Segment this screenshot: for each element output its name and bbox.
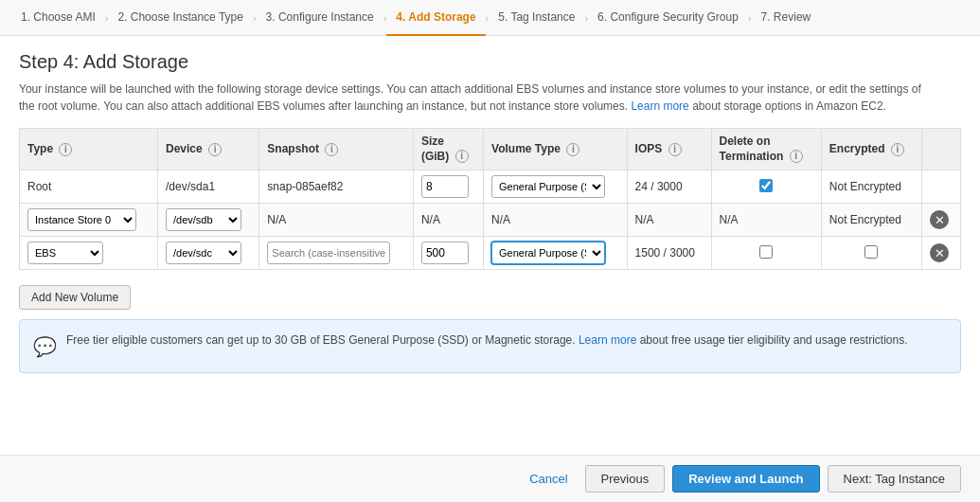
cell-device-ebs: /dev/sdc /dev/sdd [158,237,259,270]
info-icon-device[interactable]: i [208,143,222,156]
cell-actions-ebs: ✕ [922,237,961,270]
th-encrypted: Encrypted i [821,129,921,170]
type-select-instance-store[interactable]: Instance Store 0 [27,208,136,231]
cell-snapshot-root: snap-085aef82 [259,170,414,204]
cell-iops-ebs: 1500 / 3000 [627,237,711,270]
nav-step-choose-ami[interactable]: 1. Choose AMI [11,0,105,36]
delete-checkbox-ebs[interactable] [759,245,773,259]
size-input-root[interactable] [421,175,469,198]
delete-row-button-instance-store[interactable]: ✕ [930,210,949,229]
th-iops: IOPS i [627,129,711,170]
main-content: Step 4: Add Storage Your instance will b… [0,36,980,383]
cell-iops-instance-store: N/A [627,204,711,237]
nav-step-add-storage[interactable]: 4. Add Storage [386,0,485,36]
th-device: Device i [158,129,259,170]
description-suffix: about storage options in Amazon EC2. [692,99,886,113]
volume-type-select-ebs[interactable]: General Purpose (S Provisioned IOPS SSD … [491,242,605,264]
cell-type-root: Root [20,170,158,204]
step-nav: 1. Choose AMI › 2. Choose Instance Type … [0,0,980,36]
info-text-after: about free usage tier eligibility and us… [640,333,908,347]
type-select-ebs[interactable]: EBS Instance Store [27,242,103,264]
info-icon-delete[interactable]: i [790,150,803,163]
info-learn-more-link[interactable]: Learn more [579,333,636,347]
cell-delete-root [711,170,821,204]
nav-step-tag-instance[interactable]: 5. Tag Instance [489,0,584,36]
th-type: Type i [20,129,158,170]
cell-delete-ebs [711,237,821,270]
snapshot-input-ebs[interactable] [267,242,390,264]
th-snapshot: Snapshot i [259,129,414,170]
info-icon-size[interactable]: i [455,150,469,163]
next-tag-instance-button[interactable]: Next: Tag Instance [828,465,961,493]
footer: Cancel Previous Review and Launch Next: … [0,455,980,502]
cell-type-ebs: EBS Instance Store [20,237,158,270]
cell-encrypted-root: Not Encrypted [821,170,921,204]
delete-checkbox-root[interactable] [759,179,773,192]
learn-more-link[interactable]: Learn more [631,99,688,113]
cell-volume-type-root: General Purpose (S Provisioned IOPS SSD … [484,170,628,204]
info-chat-icon: 💬 [33,332,57,361]
device-select-ebs[interactable]: /dev/sdc /dev/sdd [166,242,241,264]
encrypted-checkbox-ebs[interactable] [864,245,878,259]
info-icon-type[interactable]: i [59,143,72,156]
cell-volume-type-instance-store: N/A [484,204,628,237]
cell-snapshot-instance-store: N/A [259,204,414,237]
size-input-ebs[interactable] [421,242,469,264]
cell-device-root: /dev/sda1 [158,170,259,204]
info-text-before: Free tier eligible customers can get up … [66,333,576,347]
info-icon-volume-type[interactable]: i [566,143,579,156]
th-size: Size(GiB) i [413,129,483,170]
cell-actions-root [922,170,961,204]
info-icon-iops[interactable]: i [668,143,682,156]
review-and-launch-button[interactable]: Review and Launch [672,465,819,493]
storage-table: Type i Device i Snapshot i Size(GiB) i V… [19,128,961,270]
volume-type-select-root[interactable]: General Purpose (S Provisioned IOPS SSD … [491,175,605,198]
cell-device-instance-store: /dev/sdb /dev/sdc [158,204,259,237]
add-new-volume-button[interactable]: Add New Volume [19,285,131,310]
nav-step-configure-security-group[interactable]: 6. Configure Security Group [588,0,748,36]
page-description: Your instance will be launched with the … [19,81,928,115]
page-title: Step 4: Add Storage [19,51,961,73]
cell-snapshot-ebs [259,237,414,270]
table-row: EBS Instance Store /dev/sdc /dev/sdd [20,237,961,270]
cell-encrypted-ebs [821,237,921,270]
table-row: Root /dev/sda1 snap-085aef82 General Pur… [20,170,961,204]
delete-row-button-ebs[interactable]: ✕ [930,243,949,262]
th-delete-on-termination: Delete onTermination i [711,129,821,170]
table-row: Instance Store 0 /dev/sdb /dev/sdc N/A N… [20,204,961,237]
nav-step-configure-instance[interactable]: 3. Configure Instance [257,0,383,36]
th-actions [922,129,961,170]
cancel-button[interactable]: Cancel [520,467,577,491]
cell-encrypted-instance-store: Not Encrypted [821,204,921,237]
cell-iops-root: 24 / 3000 [627,170,711,204]
cell-delete-instance-store: N/A [711,204,821,237]
cell-size-instance-store: N/A [413,204,483,237]
cell-volume-type-ebs: General Purpose (S Provisioned IOPS SSD … [484,237,628,270]
th-volume-type: Volume Type i [484,129,628,170]
info-icon-snapshot[interactable]: i [325,143,338,156]
info-icon-encrypted[interactable]: i [891,143,904,156]
nav-step-review[interactable]: 7. Review [752,0,821,36]
cell-actions-instance-store: ✕ [922,204,961,237]
info-box: 💬 Free tier eligible customers can get u… [19,319,961,373]
cell-size-root [413,170,483,204]
cell-type-instance-store: Instance Store 0 [20,204,158,237]
device-select-instance-store[interactable]: /dev/sdb /dev/sdc [166,208,241,231]
info-box-text: Free tier eligible customers can get up … [66,332,907,349]
previous-button[interactable]: Previous [585,465,666,493]
nav-step-choose-instance-type[interactable]: 2. Choose Instance Type [108,0,253,36]
cell-size-ebs [413,237,483,270]
